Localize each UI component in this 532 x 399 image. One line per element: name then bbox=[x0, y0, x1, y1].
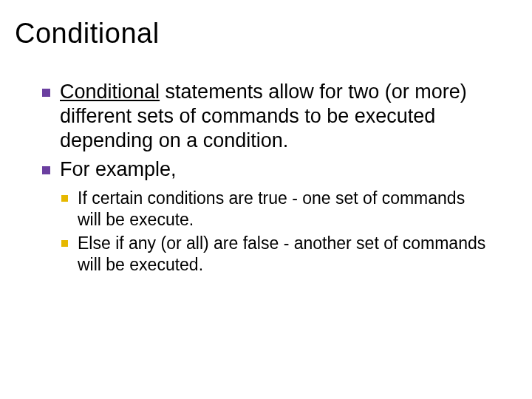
bullet-1-underlined: Conditional bbox=[60, 81, 160, 103]
bullet-2-text: For example, bbox=[60, 158, 177, 180]
sub-bullet-2-text: Else if any (or all) are false - another… bbox=[78, 233, 485, 274]
title-wrap: Conditional bbox=[15, 18, 502, 50]
sub-bullet-1: If certain conditions are true - one set… bbox=[60, 188, 491, 231]
bullet-2: For example, bbox=[41, 157, 491, 182]
slide-title: Conditional bbox=[15, 18, 502, 50]
slide: Conditional Conditional statements allow… bbox=[0, 0, 532, 399]
sub-bullet-2: Else if any (or all) are false - another… bbox=[60, 233, 491, 276]
title-highlight bbox=[21, 56, 494, 66]
sub-bullet-1-text: If certain conditions are true - one set… bbox=[78, 188, 465, 229]
body-content: Conditional statements allow for two (or… bbox=[41, 80, 491, 279]
sub-bullets: If certain conditions are true - one set… bbox=[41, 188, 491, 276]
bullet-1: Conditional statements allow for two (or… bbox=[41, 80, 491, 153]
